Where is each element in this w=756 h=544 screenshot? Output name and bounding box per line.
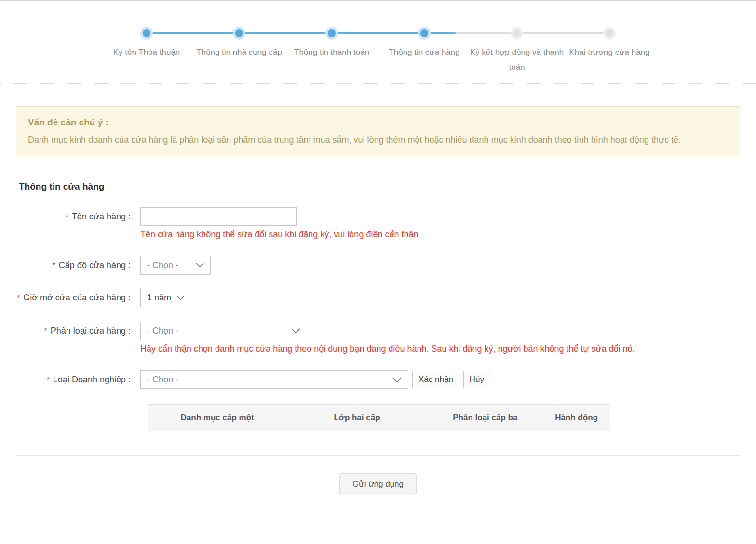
field-row-store-category: *Phân loại cửa hàng : - Chọn -: [0, 322, 756, 340]
step-dot: [235, 29, 243, 37]
field-row-open-hours: *Giờ mở cửa của cửa hàng : 1 năm: [0, 288, 756, 307]
stepper-track: Ký tên Thỏa thuậnThông tin nhà cung cấpT…: [100, 1, 656, 83]
category-table-header: Danh mục cấp mộtLớp hai cấpPhân loại cấp…: [148, 405, 610, 431]
required-asterisk: *: [47, 376, 50, 384]
notice-body: Danh mục kinh doanh của cửa hàng là phân…: [28, 132, 728, 148]
step-dot: [420, 29, 428, 37]
step-dot: [606, 29, 613, 37]
store-category-note: Hãy cẩn thận chọn danh mục cửa hàng theo…: [140, 344, 756, 354]
required-asterisk: *: [17, 294, 20, 302]
field-row-store-name: *Tên cửa hàng :: [0, 207, 756, 226]
business-type-value: - Chọn -: [147, 375, 178, 385]
step-label: Thông tin cửa hàng: [376, 45, 473, 60]
step-dot: [328, 29, 336, 37]
store-name-note: Tên cửa hàng không thể sửa đổi sau khi đ…: [140, 230, 756, 240]
section-title: Thông tin cửa hàng: [19, 181, 756, 192]
store-info-form: Thông tin cửa hàng *Tên cửa hàng : Tên c…: [0, 181, 756, 495]
section-divider: [16, 455, 740, 456]
required-asterisk: *: [66, 213, 68, 221]
open-hours-value: 1 năm: [147, 293, 171, 303]
stepper-step-2: Thông tin nhà cung cấp: [193, 1, 285, 75]
field-row-store-level: *Cấp độ cửa hàng : - Chọn -: [0, 256, 756, 275]
store-name-input[interactable]: [140, 207, 297, 226]
category-table-column-header: Lớp hai cấp: [286, 413, 427, 422]
field-row-business-type: *Loại Doanh nghiệp : - Chọn - Xác nhận H…: [0, 370, 756, 389]
stepper-step-6: Khai trương cửa hàng: [563, 1, 656, 75]
category-table-column-header: Phân loại cấp ba: [428, 413, 543, 422]
stepper-step-4: Thông tin cửa hàng: [378, 1, 471, 75]
open-hours-select[interactable]: 1 năm: [140, 288, 191, 307]
step-label: Thông tin thanh toán: [283, 45, 380, 60]
stepper-step-3: Thông tin thanh toán: [285, 1, 378, 75]
business-type-label: *Loại Doanh nghiệp :: [0, 371, 131, 388]
required-asterisk: *: [53, 261, 55, 270]
seller-onboarding-page: Ký tên Thỏa thuậnThông tin nhà cung cấpT…: [0, 0, 756, 544]
business-type-select[interactable]: - Chọn -: [140, 370, 408, 389]
step-dot: [513, 29, 521, 37]
notice-title: Vấn đề cần chú ý :: [28, 117, 728, 128]
stepper-steps: Ký tên Thỏa thuậnThông tin nhà cung cấpT…: [100, 1, 656, 75]
confirm-button[interactable]: Xác nhận: [412, 371, 459, 388]
open-hours-label: *Giờ mở cửa của cửa hàng :: [0, 289, 131, 306]
notice-box: Vấn đề cần chú ý : Danh mục kinh doanh c…: [16, 106, 740, 157]
step-label: Khai trương cửa hàng: [561, 45, 658, 60]
step-label: Thông tin nhà cung cấp: [190, 45, 288, 60]
step-label: Ký tên Thỏa thuận: [98, 45, 195, 60]
stepper-step-1: Ký tên Thỏa thuận: [100, 1, 193, 75]
store-level-label: *Cấp độ cửa hàng :: [0, 257, 131, 274]
category-table-column-header: Hành động: [543, 413, 610, 422]
step-dot: [143, 29, 150, 37]
stepper-step-5: Ký kết hợp đồng và thanh toán: [471, 1, 563, 75]
category-table-column-header: Danh mục cấp một: [148, 413, 286, 422]
store-level-select[interactable]: - Chọn -: [140, 256, 211, 275]
store-category-label: *Phân loại cửa hàng :: [0, 323, 131, 340]
store-category-value: - Chọn -: [147, 326, 178, 336]
chevron-down-icon: [291, 328, 300, 334]
step-label: Ký kết hợp đồng và thanh toán: [468, 45, 566, 75]
chevron-down-icon: [176, 295, 185, 300]
store-category-select[interactable]: - Chọn -: [140, 322, 307, 340]
cancel-button[interactable]: Hủy: [463, 371, 490, 388]
required-asterisk: *: [44, 327, 47, 335]
chevron-down-icon: [392, 377, 402, 382]
chevron-down-icon: [196, 263, 204, 268]
progress-stepper: Ký tên Thỏa thuậnThông tin nhà cung cấpT…: [0, 1, 756, 84]
submit-application-button[interactable]: Gửi ứng dụng: [339, 473, 417, 495]
store-name-label: *Tên cửa hàng :: [0, 208, 131, 225]
store-level-value: - Chọn -: [147, 260, 178, 271]
category-table: Danh mục cấp mộtLớp hai cấpPhân loại cấp…: [148, 404, 610, 431]
